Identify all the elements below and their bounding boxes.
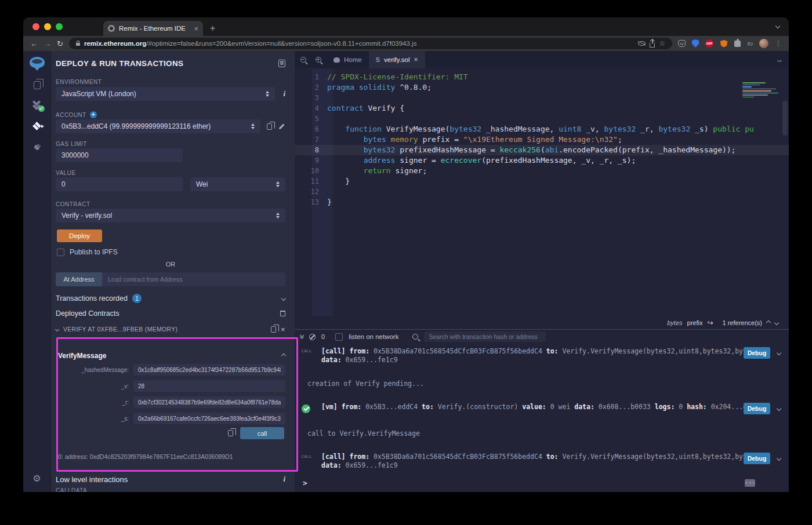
- tab-verify-sol[interactable]: S verify.sol ×: [369, 51, 425, 68]
- recorder-icon[interactable]: [278, 60, 285, 67]
- code-area[interactable]: 1// SPDX-License-Identifier: MIT2pragma …: [295, 68, 789, 316]
- terminal-prompt-row[interactable]: > ...: [300, 479, 785, 492]
- environment-select[interactable]: JavaScript VM (London): [56, 87, 275, 101]
- profile-avatar[interactable]: [759, 39, 768, 48]
- arg-input[interactable]: [133, 413, 285, 424]
- value-unit-select[interactable]: Wei: [190, 177, 285, 191]
- bookmark-star-icon[interactable]: ☆: [659, 39, 665, 48]
- tab-search-chevron-icon[interactable]: [776, 20, 780, 30]
- browser-menu-icon[interactable]: ⋮: [775, 39, 782, 48]
- code-line[interactable]: 9 address signer = ecrecover(prefixedHas…: [295, 155, 789, 166]
- code-line[interactable]: 5: [295, 114, 789, 124]
- collapse-terminal-icon[interactable]: [300, 335, 303, 338]
- url-bar[interactable]: remix.ethereum.org/#optimize=false&runs=…: [69, 38, 672, 49]
- close-window-button[interactable]: [32, 23, 39, 30]
- terminal-log[interactable]: CALL[call] from: 0x5B38Da6a701c568545dCf…: [295, 344, 789, 492]
- code-line[interactable]: 8 bytes32 prefixedHashMessage = keccak25…: [295, 145, 789, 155]
- add-account-icon[interactable]: +: [90, 111, 97, 118]
- edit-account-icon[interactable]: [278, 123, 285, 130]
- environment-info-icon[interactable]: i: [283, 89, 285, 99]
- publish-ipfs-checkbox[interactable]: [57, 249, 64, 256]
- call-button[interactable]: call: [240, 427, 284, 439]
- code-line[interactable]: 6 function VerifyMessage(bytes32 _hashed…: [295, 124, 789, 134]
- maximize-window-button[interactable]: [56, 23, 63, 30]
- copy-address-icon[interactable]: [271, 326, 276, 333]
- remove-instance-icon[interactable]: ×: [281, 325, 285, 334]
- close-tab-icon[interactable]: ×: [414, 56, 418, 64]
- terminal-search-input[interactable]: [424, 331, 546, 342]
- minimize-window-button[interactable]: [44, 23, 51, 30]
- contract-instance-header[interactable]: VERIFY AT 0XFBE...9FBEB (MEMORY) ×: [56, 325, 285, 334]
- code-line[interactable]: 10 return signer;: [295, 166, 789, 176]
- deploy-run-icon[interactable]: [31, 121, 43, 132]
- copy-account-icon[interactable]: [267, 123, 272, 130]
- back-button[interactable]: ←: [30, 40, 38, 48]
- chevron-down-icon[interactable]: [55, 327, 59, 331]
- debug-button[interactable]: Debug: [744, 453, 770, 464]
- terminal-entry: creation of Verify pending...: [300, 380, 785, 388]
- chevron-up-icon[interactable]: [766, 320, 771, 325]
- arg-input[interactable]: [133, 380, 285, 392]
- new-tab-button[interactable]: +: [210, 23, 215, 34]
- code-line[interactable]: 1// SPDX-License-Identifier: MIT: [295, 72, 789, 82]
- account-select[interactable]: 0x5B3...eddC4 (99.999999999999123116 eth…: [56, 119, 260, 133]
- code-line[interactable]: 3: [295, 93, 789, 103]
- zoom-out-icon[interactable]: [295, 54, 310, 65]
- remix-logo-icon[interactable]: [30, 57, 45, 68]
- code-line[interactable]: 12: [295, 187, 789, 197]
- horizontal-resize-icon[interactable]: ↔: [776, 56, 789, 64]
- chevron-down-icon[interactable]: [777, 406, 781, 411]
- code-line[interactable]: 2pragma solidity ^0.8.0;: [295, 82, 789, 93]
- chevron-down-icon[interactable]: [281, 296, 286, 301]
- arg-input[interactable]: [133, 396, 285, 408]
- code-line[interactable]: 11 }: [295, 176, 789, 187]
- code-line[interactable]: 7 bytes memory prefix = "\x19Ethereum Si…: [295, 134, 789, 145]
- chevron-down-icon[interactable]: [777, 456, 781, 461]
- arg-input[interactable]: [133, 364, 285, 375]
- gas-limit-input[interactable]: [56, 148, 183, 162]
- code-line[interactable]: 4contract Verify {: [295, 103, 789, 114]
- pocket-extension-icon[interactable]: [678, 40, 686, 47]
- editor-scrollbar[interactable]: [782, 101, 788, 136]
- tab-close-icon[interactable]: ×: [194, 25, 198, 32]
- eye-off-icon[interactable]: [638, 41, 646, 46]
- transactions-recorded-section[interactable]: Transactions recorded 1: [56, 293, 285, 304]
- terminal-entry: [vm] from: 0x5B3...eddC4 to: Verify.(con…: [300, 403, 785, 414]
- at-address-input[interactable]: [102, 272, 285, 286]
- chevron-down-icon[interactable]: [777, 351, 781, 355]
- settings-gear-icon[interactable]: ⚙: [23, 473, 50, 484]
- shield-extension-icon[interactable]: [692, 39, 699, 48]
- browser-tab[interactable]: Remix - Ethereum IDE ×: [103, 21, 203, 36]
- playlist-extension-icon[interactable]: ≡♪: [747, 40, 753, 47]
- solidity-compiler-icon[interactable]: [32, 99, 42, 111]
- code-line[interactable]: 13}: [295, 197, 789, 207]
- tab-home[interactable]: Home: [327, 51, 369, 68]
- window-controls[interactable]: [23, 17, 71, 36]
- forward-button[interactable]: →: [44, 40, 51, 48]
- at-address-button[interactable]: At Address: [56, 272, 102, 286]
- clear-terminal-icon[interactable]: [309, 334, 316, 340]
- low-level-info-icon[interactable]: i: [283, 475, 285, 484]
- share-icon[interactable]: [650, 43, 655, 48]
- references-count[interactable]: 1 reference(s): [723, 319, 762, 326]
- copy-calldata-icon[interactable]: [228, 430, 233, 436]
- plugin-manager-icon[interactable]: [31, 141, 43, 154]
- debug-button[interactable]: Debug: [744, 403, 770, 414]
- value-input[interactable]: [56, 177, 183, 191]
- debug-button[interactable]: Debug: [744, 347, 770, 359]
- zoom-in-icon[interactable]: [310, 54, 327, 65]
- listen-network-checkbox[interactable]: [335, 333, 343, 341]
- contract-select[interactable]: Verify - verify.sol: [56, 209, 285, 223]
- adblock-extension-icon[interactable]: ABP: [705, 39, 713, 48]
- metamask-extension-icon[interactable]: [720, 40, 728, 48]
- goto-reference-icon[interactable]: ↪: [707, 319, 713, 327]
- file-explorer-icon[interactable]: [34, 81, 41, 89]
- reload-button[interactable]: ↻: [57, 40, 63, 48]
- function-header[interactable]: VerifyMessage: [56, 352, 285, 360]
- extensions-puzzle-icon[interactable]: [734, 41, 741, 47]
- chevron-down-icon[interactable]: [774, 320, 779, 325]
- chevron-up-icon[interactable]: [281, 353, 286, 358]
- minimap[interactable]: [742, 82, 780, 102]
- deploy-button[interactable]: Deploy: [57, 229, 102, 242]
- trash-icon[interactable]: [280, 311, 285, 316]
